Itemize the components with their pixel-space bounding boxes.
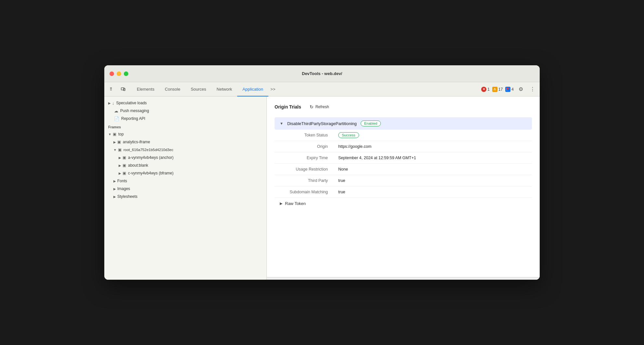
root-expand-icon: ▼ (113, 148, 117, 152)
warning-icon: ⚠ (492, 87, 497, 92)
expiry-row: Expiry Time September 4, 2024 at 12:59:5… (275, 152, 532, 164)
close-button[interactable] (109, 71, 114, 76)
sidebar-item-speculative-loads[interactable]: ▶ ↓ Speculative loads (104, 99, 266, 107)
subdomain-label: Subdomain Matching (275, 186, 333, 198)
sidebar-item-anchor-frame[interactable]: ▶ ▣ a-vynmy4vb4wys (anchor) (104, 154, 266, 161)
reporting-api-label: Reporting API (121, 116, 145, 121)
trial-expand-icon: ▼ (280, 121, 283, 125)
trial-name: DisableThirdPartyStoragePartitioning (287, 121, 357, 126)
svg-rect-2 (111, 87, 112, 88)
sidebar-item-top-frame[interactable]: ▼ ▣ top (104, 130, 266, 138)
devtools-window: DevTools - web.dev/ Elements Console Sou… (104, 65, 540, 280)
third-party-row: Third Party true (275, 175, 532, 186)
usage-label: Usage Restriction (275, 164, 333, 175)
sidebar-item-root-frame[interactable]: ▼ ▣ root_616a752e1b5d4210d3ec (104, 146, 266, 154)
blank-frame-icon: ▣ (122, 163, 126, 168)
cursor-icon-button[interactable] (107, 82, 117, 96)
toolbar-tabs: Elements Console Sources Network Applica… (132, 82, 277, 96)
origin-value: https://google.com (333, 141, 532, 152)
error-icon: ✕ (481, 87, 486, 92)
window-title: DevTools - web.dev/ (302, 71, 342, 76)
detail-table: Token Status Success Origin https://goog… (275, 130, 532, 198)
tab-sources[interactable]: Sources (186, 83, 212, 96)
raw-token-row[interactable]: ▶ Raw Token (275, 198, 532, 209)
refresh-icon: ↻ (310, 104, 314, 109)
svg-rect-1 (110, 88, 111, 89)
warning-count: 17 (498, 87, 503, 92)
tab-network[interactable]: Network (212, 83, 238, 96)
sidebar-item-bframe[interactable]: ▶ ▣ c-vynmy4vb4wys (bframe) (104, 169, 266, 177)
raw-token-expand-icon: ▶ (280, 201, 282, 206)
info-icon: 🚩 (505, 87, 510, 92)
origin-row: Origin https://google.com (275, 141, 532, 152)
top-expand-icon: ▼ (108, 133, 111, 136)
stylesheets-label: Stylesheets (117, 194, 137, 199)
enabled-badge: Enabled (361, 121, 381, 126)
content-header: Origin Trials ↻ Refresh (275, 103, 532, 111)
analytics-iframe-icon: ▣ (117, 140, 121, 144)
content-title: Origin Trials (275, 104, 301, 109)
sidebar-item-fonts[interactable]: ▶ Fonts (104, 177, 266, 185)
push-messaging-icon: ☁ (114, 109, 118, 113)
tab-console[interactable]: Console (160, 83, 186, 96)
tab-application[interactable]: Application (237, 83, 268, 96)
fonts-expand-icon: ▶ (113, 179, 116, 183)
sidebar-item-stylesheets[interactable]: ▶ Stylesheets (104, 193, 266, 200)
success-badge: Success (338, 132, 359, 138)
frames-section-header: Frames (104, 122, 266, 130)
maximize-button[interactable] (124, 71, 128, 76)
trial-row[interactable]: ▼ DisableThirdPartyStoragePartitioning E… (275, 117, 532, 130)
push-messaging-label: Push messaging (120, 109, 149, 113)
error-badge: ✕ 1 (481, 87, 490, 92)
anchor-expand-icon: ▶ (119, 156, 121, 160)
expiry-label: Expiry Time (275, 152, 333, 164)
token-status-value: Success (333, 130, 532, 141)
frames-label: Frames (108, 125, 121, 129)
usage-value: None (333, 164, 532, 175)
sidebar-item-reporting-api[interactable]: 📄 Reporting API (104, 115, 266, 122)
device-icon (121, 87, 126, 92)
stylesheets-expand-icon: ▶ (113, 195, 116, 198)
fonts-label: Fonts (117, 179, 127, 183)
settings-button[interactable]: ⚙ (516, 85, 525, 94)
content-panel: Origin Trials ↻ Refresh ▼ DisableThirdPa… (267, 96, 540, 277)
root-frame-icon: ▣ (118, 147, 122, 152)
sidebar-item-analytics-iframe[interactable]: ▶ ▣ analytics-iframe (104, 138, 266, 146)
third-party-label: Third Party (275, 175, 333, 186)
main-area: ▶ ↓ Speculative loads ☁ Push messaging 📄… (104, 96, 540, 280)
reporting-api-icon: 📄 (114, 116, 119, 121)
token-status-label: Token Status (275, 130, 333, 141)
titlebar: DevTools - web.dev/ (104, 65, 540, 82)
bframe-label: c-vynmy4vb4wys (bframe) (128, 171, 174, 175)
bframe-icon: ▣ (122, 171, 126, 175)
images-label: Images (117, 186, 130, 191)
refresh-label: Refresh (316, 105, 329, 109)
error-count: 1 (487, 87, 490, 92)
more-tabs-button[interactable]: >> (268, 82, 277, 96)
more-options-button[interactable]: ⋮ (528, 85, 537, 94)
bframe-expand-icon: ▶ (119, 172, 121, 175)
window-controls (109, 71, 128, 76)
minimize-button[interactable] (117, 71, 121, 76)
svg-rect-3 (111, 88, 112, 89)
sidebar-item-push-messaging[interactable]: ☁ Push messaging (104, 107, 266, 115)
info-count: 4 (511, 87, 514, 92)
blank-expand-icon: ▶ (119, 164, 121, 167)
top-frame-icon: ▣ (113, 132, 116, 136)
refresh-button[interactable]: ↻ Refresh (306, 103, 332, 111)
speculative-loads-icon: ↓ (112, 101, 114, 106)
blank-frame-label: about:blank (128, 163, 148, 168)
toolbar-right: ✕ 1 ⚠ 17 🚩 4 ⚙ ⋮ (481, 82, 537, 96)
tab-elements[interactable]: Elements (132, 83, 160, 96)
expand-arrow-icon: ▶ (108, 101, 111, 105)
third-party-value: true (333, 175, 532, 186)
sidebar-item-blank-frame[interactable]: ▶ ▣ about:blank (104, 161, 266, 169)
expiry-value: September 4, 2024 at 12:59:59 AM GMT+1 (333, 152, 532, 164)
anchor-frame-label: a-vynmy4vb4wys (anchor) (128, 155, 174, 160)
anchor-frame-icon: ▣ (122, 155, 126, 160)
analytics-expand-icon: ▶ (113, 140, 116, 144)
sidebar-item-images[interactable]: ▶ Images (104, 185, 266, 193)
device-toggle-button[interactable] (118, 82, 128, 96)
cursor-icon (109, 87, 115, 92)
subdomain-row: Subdomain Matching true (275, 186, 532, 198)
